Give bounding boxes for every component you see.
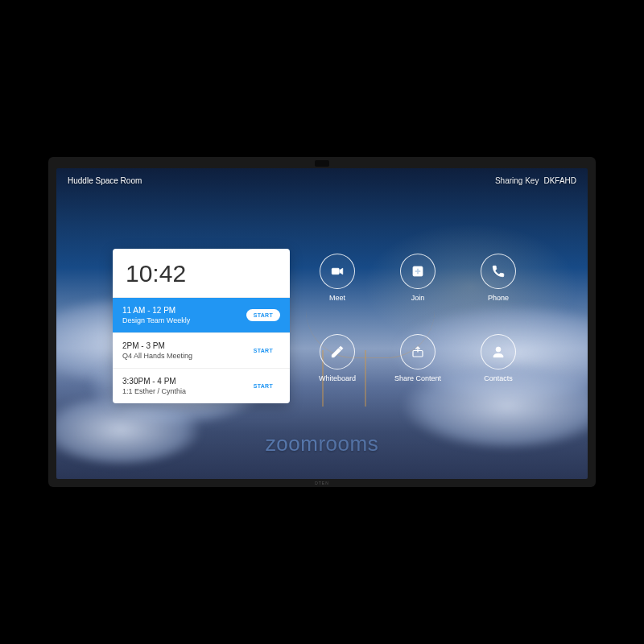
action-label: Share Content (394, 374, 441, 382)
zoom-rooms-logo: zoomrooms (266, 431, 378, 456)
whiteboard-button[interactable]: Whiteboard (304, 334, 370, 398)
start-button[interactable]: START (246, 380, 280, 392)
background-decoration (56, 394, 201, 466)
action-grid: Meet Join Phone (304, 249, 531, 403)
meeting-item[interactable]: 11 AM - 12 PM Design Team Weekly START (113, 298, 290, 333)
meeting-item[interactable]: 2PM - 3 PM Q4 All Hands Meeting START (113, 333, 290, 369)
start-button[interactable]: START (246, 345, 280, 357)
meeting-time: 11 AM - 12 PM (122, 306, 190, 315)
action-label: Whiteboard (319, 374, 356, 382)
meeting-time: 2PM - 3 PM (122, 341, 192, 350)
meeting-time: 3:30PM - 4 PM (122, 377, 186, 386)
share-content-button[interactable]: Share Content (385, 334, 451, 398)
action-label: Join (411, 294, 425, 302)
logo-main: zoom (266, 431, 319, 456)
top-bar: Huddle Space Room Sharing Key DKFAHD (68, 176, 576, 185)
meet-button[interactable]: Meet (304, 254, 370, 318)
device-brand: DTEN (315, 481, 329, 485)
room-name: Huddle Space Room (68, 176, 142, 185)
svg-rect-0 (332, 268, 339, 275)
phone-icon (481, 254, 516, 289)
main-content: 10:42 11 AM - 12 PM Design Team Weekly S… (113, 249, 531, 403)
person-icon (481, 334, 516, 369)
sharing-key-label: Sharing Key (495, 176, 539, 185)
meeting-item[interactable]: 3:30PM - 4 PM 1:1 Esther / Cynthia START (113, 369, 290, 403)
share-icon (400, 334, 436, 369)
meeting-title: Q4 All Hands Meeting (122, 352, 192, 360)
meeting-title: Design Team Weekly (122, 316, 190, 324)
join-button[interactable]: Join (385, 254, 451, 318)
contacts-button[interactable]: Contacts (465, 334, 531, 398)
svg-rect-3 (415, 270, 421, 272)
meeting-info: 11 AM - 12 PM Design Team Weekly (122, 306, 190, 324)
sharing-key: Sharing Key DKFAHD (495, 176, 576, 185)
action-label: Phone (488, 294, 509, 302)
video-icon (320, 254, 355, 289)
device-frame: DTEN Huddle Space Room Sharing Key DKFAH… (48, 157, 596, 487)
action-label: Contacts (484, 374, 513, 382)
schedule-panel: 10:42 11 AM - 12 PM Design Team Weekly S… (113, 249, 290, 403)
camera-notch (315, 160, 329, 167)
svg-point-5 (496, 347, 501, 352)
meeting-info: 3:30PM - 4 PM 1:1 Esther / Cynthia (122, 377, 186, 395)
start-button[interactable]: START (246, 309, 280, 321)
clock: 10:42 (113, 249, 290, 298)
pencil-icon (320, 334, 355, 369)
screen: Huddle Space Room Sharing Key DKFAHD 10:… (56, 168, 588, 479)
sharing-key-value: DKFAHD (543, 176, 576, 185)
meeting-info: 2PM - 3 PM Q4 All Hands Meeting (122, 341, 192, 360)
action-label: Meet (329, 294, 345, 302)
phone-button[interactable]: Phone (465, 254, 531, 318)
plus-icon (400, 254, 436, 289)
meeting-title: 1:1 Esther / Cynthia (122, 387, 186, 395)
logo-sub: rooms (318, 431, 378, 456)
